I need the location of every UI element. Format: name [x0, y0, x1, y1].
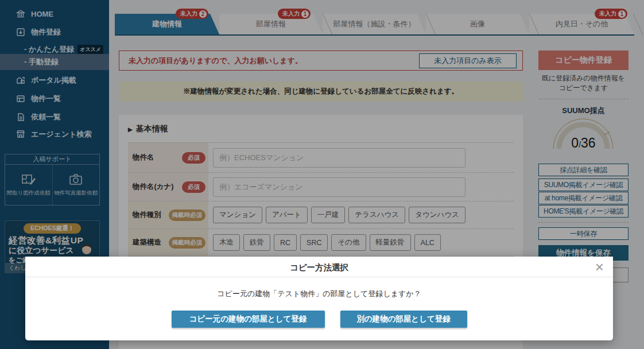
- close-icon[interactable]: ×: [595, 258, 604, 276]
- modal-message: コピー元の建物「テスト物件」の部屋として登録しますか？: [25, 289, 613, 299]
- register-same-building-button[interactable]: コピー元の建物の部屋として登録: [172, 311, 325, 328]
- divider: [25, 277, 613, 277]
- modal-actions: コピー元の建物の部屋として登録 別の建物の部屋として登録: [25, 311, 613, 328]
- property-registration-page: HOME 物件登録 - かんたん登録 オススメ - 手動登録 ポータル掲載 物件…: [0, 0, 644, 349]
- copy-method-modal: コピー方法選択 × コピー元の建物「テスト物件」の部屋として登録しますか？ コピ…: [25, 257, 613, 340]
- modal-title: コピー方法選択: [25, 257, 613, 273]
- register-other-building-button[interactable]: 別の建物の部屋として登録: [340, 311, 467, 328]
